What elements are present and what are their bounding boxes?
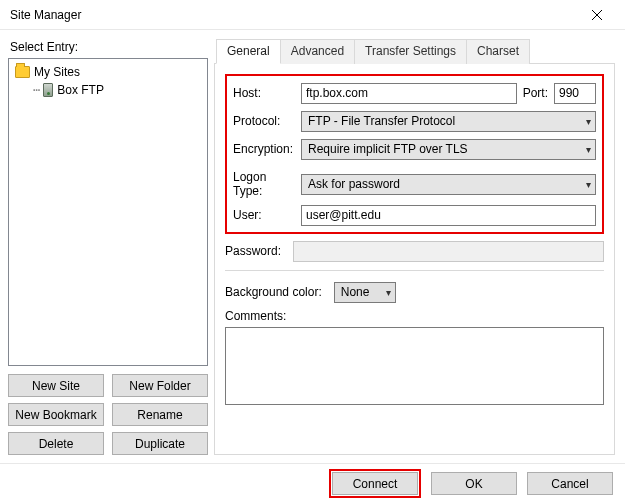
tab-transfer-settings[interactable]: Transfer Settings [354,39,467,64]
cancel-button[interactable]: Cancel [527,472,613,495]
server-icon [43,83,53,97]
general-pane: Host: Port: Protocol: FTP - File Transfe… [214,64,615,455]
chevron-down-icon: ▾ [386,287,391,298]
new-site-button[interactable]: New Site [8,374,104,397]
protocol-value: FTP - File Transfer Protocol [308,114,455,128]
close-button[interactable] [577,1,617,29]
window-title: Site Manager [10,8,81,22]
tab-advanced[interactable]: Advanced [280,39,355,64]
encryption-label: Encryption: [233,142,295,156]
background-color-select[interactable]: None ▾ [334,282,396,303]
site-tree[interactable]: My Sites ⋯ Box FTP [8,58,208,366]
connect-button-highlight: Connect [329,469,421,498]
port-input[interactable] [554,83,596,104]
logon-type-select[interactable]: Ask for password ▾ [301,174,596,195]
host-input[interactable] [301,83,517,104]
background-color-value: None [341,285,370,299]
new-bookmark-button[interactable]: New Bookmark [8,403,104,426]
tree-item-box-ftp[interactable]: ⋯ Box FTP [13,81,203,99]
chevron-down-icon: ▾ [586,144,591,155]
delete-button[interactable]: Delete [8,432,104,455]
new-folder-button[interactable]: New Folder [112,374,208,397]
protocol-label: Protocol: [233,114,295,128]
tree-item-label: My Sites [34,65,80,79]
encryption-value: Require implicit FTP over TLS [308,142,468,156]
tab-general[interactable]: General [216,39,281,64]
password-input [293,241,604,262]
tree-item-label: Box FTP [57,83,104,97]
connect-button[interactable]: Connect [332,472,418,495]
comments-textarea[interactable] [225,327,604,405]
select-entry-label: Select Entry: [10,40,208,54]
duplicate-button[interactable]: Duplicate [112,432,208,455]
divider [225,270,604,271]
logon-type-label: Logon Type: [233,170,295,198]
folder-icon [15,66,30,78]
encryption-select[interactable]: Require implicit FTP over TLS ▾ [301,139,596,160]
tabs: General Advanced Transfer Settings Chars… [214,38,615,64]
background-color-label: Background color: [225,285,322,299]
password-label: Password: [225,244,287,258]
ok-button[interactable]: OK [431,472,517,495]
user-input[interactable] [301,205,596,226]
protocol-select[interactable]: FTP - File Transfer Protocol ▾ [301,111,596,132]
comments-label: Comments: [225,309,604,323]
dialog-footer: Connect OK Cancel [0,463,625,503]
host-label: Host: [233,86,295,100]
connection-fields-highlight: Host: Port: Protocol: FTP - File Transfe… [225,74,604,234]
logon-type-value: Ask for password [308,177,400,191]
chevron-down-icon: ▾ [586,116,591,127]
tree-root-my-sites[interactable]: My Sites [13,63,203,81]
port-label: Port: [523,86,548,100]
rename-button[interactable]: Rename [112,403,208,426]
tab-charset[interactable]: Charset [466,39,530,64]
tree-connector: ⋯ [33,83,39,97]
user-label: User: [233,208,295,222]
chevron-down-icon: ▾ [586,179,591,190]
